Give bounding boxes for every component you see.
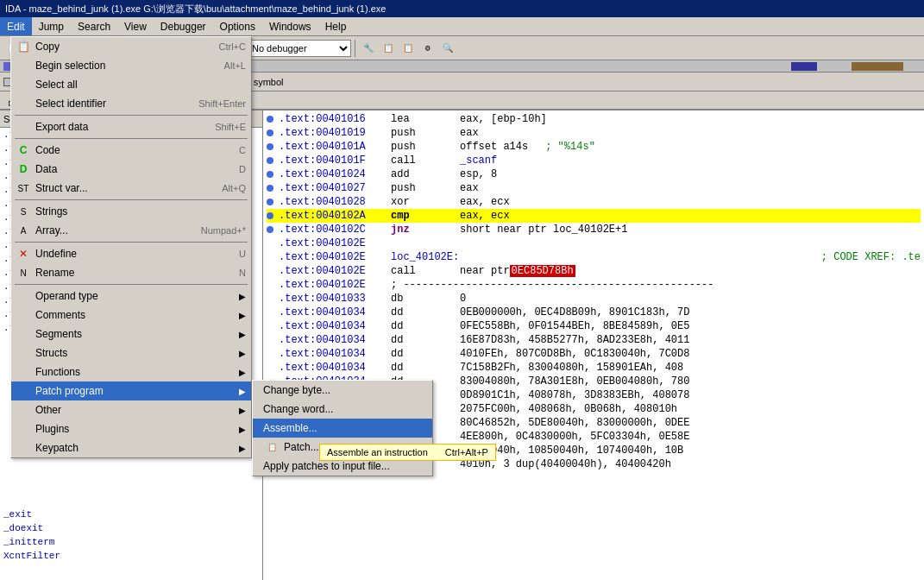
disasm-operands: near ptr — [460, 265, 510, 277]
dot-icon — [267, 185, 273, 192]
disasm-addr: .text:00401034 — [279, 334, 391, 346]
patch-sub-change-word[interactable]: Change word... — [253, 400, 432, 419]
submenu-arrow-icon: ▶ — [239, 368, 246, 377]
menu-item-code[interactable]: C Code C — [11, 141, 251, 160]
disasm-operands: 83004080h, 78A301E8h, 0EB004080h, 780 — [460, 375, 689, 388]
nav-seg-9 — [903, 62, 921, 71]
toolbar-btn-e2[interactable]: 📋 — [379, 39, 398, 58]
menu-item-copy[interactable]: 📋 Copy Ctrl+C — [11, 37, 251, 56]
menu-item-label: Select all — [35, 79, 78, 91]
menu-item-shortcut: U — [222, 249, 246, 259]
menu-sep — [15, 242, 248, 243]
menu-item-array[interactable]: A Array... Numpad+* — [11, 221, 251, 240]
disasm-label: loc_40102E: — [391, 251, 459, 263]
menu-item-comments[interactable]: Comments ▶ — [11, 306, 251, 325]
nav-seg-6 — [791, 62, 817, 71]
patch-sub-label: Change word... — [263, 403, 333, 415]
menu-item-label: Undefine — [35, 248, 77, 260]
func-initterm[interactable]: _initterm — [0, 535, 262, 549]
patch-submenu[interactable]: Change byte... Change word... Assemble..… — [252, 380, 433, 476]
menu-search[interactable]: Search — [71, 17, 117, 35]
menu-item-select-all[interactable]: Select all — [11, 75, 251, 94]
menu-item-patch-program[interactable]: Patch program ▶ — [11, 381, 251, 400]
disasm-addr: .text:00401019 — [279, 127, 391, 139]
toolbar-btn-e5[interactable]: 🔍 — [438, 39, 457, 58]
patch-sub-patch[interactable]: 📋 Patch... Ctrl+Alt+P — [253, 438, 432, 457]
menu-item-strings[interactable]: S Strings — [11, 202, 251, 221]
disasm-addr: .text:0040102E — [279, 251, 391, 263]
menu-help[interactable]: Help — [318, 17, 354, 35]
menu-jump[interactable]: Jump — [32, 17, 71, 35]
menu-item-label: Rename — [35, 267, 74, 279]
menu-item-keypatch[interactable]: Keypatch ▶ — [11, 438, 251, 457]
menu-item-begin-selection[interactable]: Begin selection Alt+L — [11, 56, 251, 75]
menu-item-label: Operand type — [35, 290, 98, 302]
menu-edit[interactable]: Edit — [0, 17, 32, 35]
menu-item-rename[interactable]: N Rename N — [11, 263, 251, 282]
menu-item-data[interactable]: D Data D — [11, 160, 251, 179]
menu-debugger[interactable]: Debugger — [154, 17, 213, 35]
disasm-operands: 0EB000000h, 0EC4D8B09h, 8901C183h, 7D — [460, 306, 689, 318]
menu-item-shortcut: N — [222, 268, 246, 278]
patch-sub-label: Apply patches to input file... — [263, 460, 390, 472]
disasm-mnem: call — [391, 265, 460, 277]
menu-item-label: Copy — [35, 41, 60, 53]
disasm-mnem: push — [391, 182, 460, 194]
disasm-addr: .text:00401028 — [279, 196, 391, 208]
disasm-addr: .text:00401034 — [279, 362, 391, 374]
menu-item-label: Begin selection — [35, 60, 105, 72]
menu-item-segments[interactable]: Segments ▶ — [11, 325, 251, 344]
menu-item-export-data[interactable]: Export data Shift+E — [11, 117, 251, 136]
disasm-mnem: dd — [391, 320, 460, 332]
menu-windows[interactable]: Windows — [262, 17, 318, 35]
edit-dropdown-menu[interactable]: 📋 Copy Ctrl+C Begin selection Alt+L Sele… — [10, 36, 252, 458]
patch-sub-label: Assemble... — [263, 422, 317, 434]
menu-item-undefine[interactable]: ✕ Undefine U — [11, 244, 251, 263]
patch-sub-apply-patches[interactable]: Apply patches to input file... — [253, 457, 432, 476]
strings-icon: S — [15, 203, 32, 220]
disasm-operands: eax, ecx — [460, 210, 510, 222]
disasm-operands: eax — [460, 127, 479, 139]
code-icon: C — [15, 142, 32, 159]
disasm-operands: 4010h, 3 dup(40400040h), 40400420h — [460, 458, 671, 470]
func-doexit[interactable]: _doexit — [0, 521, 262, 535]
disasm-addr: .text:00401024 — [279, 168, 391, 180]
disasm-operands: 2075FC00h, 408068h, 0B068h, 408010h — [460, 403, 677, 415]
disasm-line: .text:0040102E loc_40102E: ; CODE XREF: … — [267, 250, 921, 264]
func-xcntfilter[interactable]: XcntFilter — [0, 549, 262, 563]
func-exit[interactable]: _exit — [0, 508, 262, 521]
menu-item-label: Keypatch — [35, 442, 79, 454]
menu-item-select-identifier[interactable]: Select identifier Shift+Enter — [11, 94, 251, 113]
menu-item-struct-var[interactable]: ST Struct var... Alt+Q — [11, 179, 251, 198]
patch-sub-assemble[interactable]: Assemble... — [253, 419, 432, 438]
menu-sep — [15, 115, 248, 116]
nav-seg-7 — [817, 62, 852, 71]
disasm-addr: .text:0040102C — [279, 224, 391, 236]
disasm-line: .text:00401027 push eax — [267, 181, 921, 195]
menu-item-plugins[interactable]: Plugins ▶ — [11, 419, 251, 438]
dot-icon — [267, 226, 273, 233]
debugger-select[interactable]: No debugger — [248, 40, 351, 57]
menu-item-shortcut: Alt+L — [207, 60, 246, 71]
toolbar-btn-e1[interactable]: 🔧 — [359, 39, 378, 58]
menu-item-functions[interactable]: Functions ▶ — [11, 362, 251, 381]
menu-sep — [15, 199, 248, 200]
menu-item-other[interactable]: Other ▶ — [11, 400, 251, 419]
toolbar-btn-e4[interactable]: ⚙ — [418, 39, 437, 58]
disasm-mnem: call — [391, 154, 460, 167]
menu-item-label: Plugins — [35, 423, 69, 435]
copy-icon: 📋 — [15, 38, 32, 55]
patch-sub-shortcut: Ctrl+Alt+P — [367, 442, 427, 452]
menu-item-label: Other — [35, 404, 61, 416]
menu-view[interactable]: View — [117, 17, 154, 35]
data-icon: D — [15, 161, 32, 178]
toolbar-btn-e3[interactable]: 📋 — [399, 39, 418, 58]
patch-sub-change-byte[interactable]: Change byte... — [253, 381, 432, 400]
menu-item-structs[interactable]: Structs ▶ — [11, 344, 251, 362]
disasm-comment: ; "%14s" — [545, 141, 595, 153]
disasm-operands: 80C46852h, 5DE80040h, 83000000h, 0DEE — [460, 417, 689, 429]
struct-icon: ST — [15, 180, 32, 197]
menu-item-operand-type[interactable]: Operand type ▶ — [11, 287, 251, 306]
patch-sub-label: Change byte... — [263, 384, 330, 396]
menu-options[interactable]: Options — [213, 17, 262, 35]
